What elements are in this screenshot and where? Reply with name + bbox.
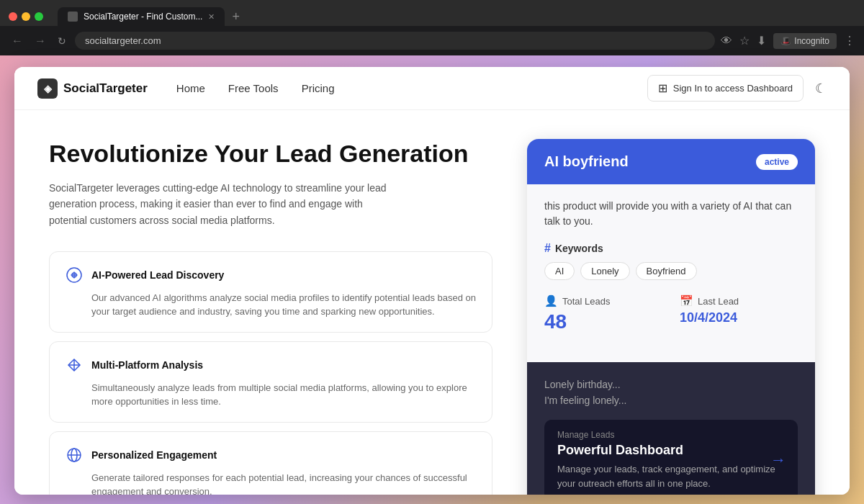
more-options-icon[interactable]: ⋮ [844, 34, 855, 48]
feature-desc-2: Simultaneously analyze leads from multip… [64, 381, 477, 409]
card-title: AI boyfriend [544, 153, 629, 170]
card-description: this product will provide you with a var… [544, 199, 798, 229]
browser-toolbar: ← → ↻ socialtargeter.com 👁 ☆ ⬇ 🎩 Incogni… [0, 26, 864, 55]
card-body: this product will provide you with a var… [527, 184, 815, 362]
ai-lead-icon [64, 265, 84, 285]
last-lead-header: 📅 Last Lead [680, 294, 798, 307]
feature-title-3: Personalized Engagement [91, 449, 217, 461]
reload-button[interactable]: ↻ [55, 34, 69, 48]
incognito-label: Incognito [794, 36, 829, 46]
toolbar-icons: 👁 ☆ ⬇ 🎩 Incognito ⋮ [721, 33, 855, 49]
site-header: ◈ SocialTargeter Home Free Tools Pricing… [14, 67, 850, 110]
engagement-icon [64, 445, 84, 465]
dashboard-arrow-icon[interactable]: → [770, 451, 786, 469]
keywords-text: Keywords [555, 243, 603, 254]
feature-card-ai-lead: AI-Powered Lead Discovery Our advanced A… [49, 251, 492, 333]
multiplatform-icon [64, 355, 84, 375]
nav-free-tools[interactable]: Free Tools [228, 82, 279, 94]
total-leads-header: 👤 Total Leads [544, 294, 662, 307]
nav-home[interactable]: Home [176, 82, 205, 94]
feature-title-2: Multi-Platform Analysis [91, 359, 203, 371]
total-leads-label: Total Leads [562, 296, 611, 307]
eyeoff-icon[interactable]: 👁 [721, 35, 732, 48]
logo-text: SocialTargeter [63, 81, 148, 96]
website-frame: ◈ SocialTargeter Home Free Tools Pricing… [14, 67, 850, 495]
lead-item-2: I'm feeling lonely... [544, 392, 798, 408]
feature-card-header-3: Personalized Engagement [64, 445, 477, 465]
keyword-lonely[interactable]: Lonely [580, 262, 629, 280]
product-card: AI boyfriend active this product will pr… [527, 139, 815, 495]
incognito-badge: 🎩 Incognito [773, 33, 837, 49]
people-icon: 👤 [544, 294, 558, 307]
hashtag-icon: # [544, 242, 551, 255]
sign-in-label: Sign In to access Dashboard [673, 83, 793, 94]
dashboard-title: Powerful Dashboard [557, 443, 785, 458]
new-tab-button[interactable]: + [228, 9, 244, 24]
address-bar[interactable]: socialtargeter.com [75, 32, 715, 50]
theme-toggle-button[interactable]: ☾ [815, 81, 827, 96]
feature-desc-3: Generate tailored responses for each pot… [64, 471, 477, 495]
card-footer: Lonely birthday... I'm feeling lonely...… [527, 362, 815, 495]
lead-list: Lonely birthday... I'm feeling lonely... [544, 377, 798, 408]
product-card-section: AI boyfriend active this product will pr… [527, 139, 815, 466]
keywords-list: AI Lonely Boyfriend [544, 262, 798, 280]
hero-section: Revolutionize Your Lead Generation Socia… [49, 139, 492, 466]
last-lead-value: 10/4/2024 [680, 310, 798, 325]
browser-chrome: SocialTargeter - Find Custom... ✕ + ← → … [0, 0, 864, 55]
metrics-row: 👤 Total Leads 48 📅 Last Lead 10 [544, 294, 798, 333]
back-button[interactable]: ← [9, 33, 26, 49]
card-header: AI boyfriend active [527, 139, 815, 184]
feature-desc-1: Our advanced AI algorithms analyze socia… [64, 291, 477, 319]
sign-in-button[interactable]: ⊞ Sign In to access Dashboard [647, 75, 804, 102]
total-leads-block: 👤 Total Leads 48 [544, 294, 662, 333]
feature-card-header-1: AI-Powered Lead Discovery [64, 265, 477, 285]
tab-favicon [68, 12, 78, 22]
feature-card-multiplatform: Multi-Platform Analysis Simultaneously a… [49, 341, 492, 423]
feature-cards: AI-Powered Lead Discovery Our advanced A… [49, 251, 492, 495]
page-background: ◈ SocialTargeter Home Free Tools Pricing… [0, 55, 864, 504]
logo-icon: ◈ [37, 78, 58, 99]
address-text: socialtargeter.com [85, 35, 161, 46]
feature-card-header-2: Multi-Platform Analysis [64, 355, 477, 375]
total-leads-value: 48 [544, 310, 662, 333]
site-main: Revolutionize Your Lead Generation Socia… [14, 110, 850, 495]
dashboard-icon: ⊞ [658, 81, 667, 95]
hero-subtitle: SocialTargeter leverages cutting-edge AI… [49, 180, 395, 228]
close-window-button[interactable] [9, 12, 17, 21]
manage-leads-label: Manage Leads [557, 430, 785, 440]
site-nav: Home Free Tools Pricing [176, 82, 647, 94]
feature-title-1: AI-Powered Lead Discovery [91, 269, 224, 281]
feature-card-engagement: Personalized Engagement Generate tailore… [49, 431, 492, 495]
calendar-icon: 📅 [680, 294, 693, 307]
header-actions: ⊞ Sign In to access Dashboard ☾ [647, 75, 827, 102]
keyword-boyfriend[interactable]: Boyfriend [636, 262, 697, 280]
minimize-window-button[interactable] [22, 12, 30, 21]
tab-close-button[interactable]: ✕ [208, 12, 215, 22]
tab-title: SocialTargeter - Find Custom... [84, 12, 202, 22]
incognito-icon: 🎩 [780, 36, 791, 46]
keywords-label: # Keywords [544, 242, 798, 255]
download-icon[interactable]: ⬇ [757, 34, 766, 48]
nav-pricing[interactable]: Pricing [302, 82, 335, 94]
last-lead-block: 📅 Last Lead 10/4/2024 [680, 294, 798, 333]
traffic-lights [9, 12, 43, 21]
dashboard-overlay[interactable]: Manage Leads Powerful Dashboard Manage y… [544, 420, 798, 495]
maximize-window-button[interactable] [35, 12, 43, 21]
forward-button[interactable]: → [32, 33, 49, 49]
dashboard-desc: Manage your leads, track engagement, and… [557, 462, 785, 490]
keyword-ai[interactable]: AI [544, 262, 575, 280]
active-tab[interactable]: SocialTargeter - Find Custom... ✕ [58, 7, 225, 26]
site-logo: ◈ SocialTargeter [37, 78, 148, 99]
last-lead-label: Last Lead [698, 296, 739, 307]
active-badge: active [756, 154, 798, 170]
lead-item-1: Lonely birthday... [544, 377, 798, 392]
tab-bar: SocialTargeter - Find Custom... ✕ + [58, 7, 855, 26]
hero-title: Revolutionize Your Lead Generation [49, 139, 492, 168]
keywords-section: # Keywords AI Lonely Boyfriend [544, 242, 798, 280]
star-icon[interactable]: ☆ [739, 34, 750, 48]
